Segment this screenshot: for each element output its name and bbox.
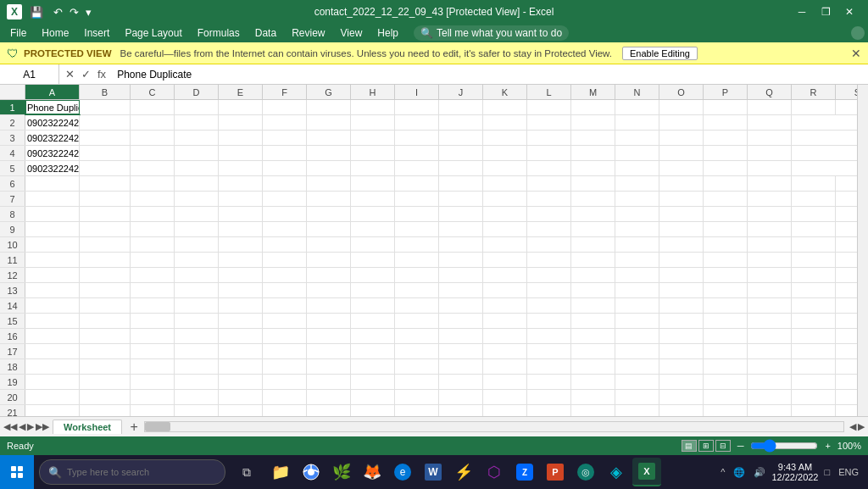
cell-a12[interactable]: [25, 268, 80, 282]
cell-k19[interactable]: [483, 375, 527, 389]
cell-o15[interactable]: [659, 314, 704, 328]
cell-o7[interactable]: [659, 192, 704, 206]
cell-s11[interactable]: [836, 253, 857, 267]
cell-n8[interactable]: [615, 207, 659, 221]
col-header-i[interactable]: I: [395, 85, 439, 99]
cell-a16[interactable]: [25, 329, 80, 343]
cell-n6[interactable]: [615, 176, 659, 191]
cell-g10[interactable]: [307, 237, 351, 252]
cell-g20[interactable]: [307, 390, 351, 404]
col-header-q[interactable]: Q: [748, 85, 792, 99]
enable-editing-button[interactable]: Enable Editing: [622, 47, 698, 60]
cell-q1[interactable]: [748, 100, 792, 114]
cell-a18[interactable]: [25, 359, 80, 374]
cell-b8[interactable]: [80, 207, 131, 221]
customize-qat-button[interactable]: ▾: [83, 4, 94, 20]
cell-m18[interactable]: [571, 359, 615, 374]
cell-l16[interactable]: [527, 329, 571, 343]
cell-g19[interactable]: [307, 375, 351, 389]
cell-k15[interactable]: [483, 314, 527, 328]
col-header-e[interactable]: E: [219, 85, 263, 99]
cell-d1[interactable]: [175, 100, 219, 114]
cell-r14[interactable]: [792, 298, 836, 313]
cell-a20[interactable]: [25, 390, 80, 404]
cell-o10[interactable]: [659, 237, 704, 252]
cell-b6[interactable]: [80, 176, 131, 191]
cell-b14[interactable]: [80, 298, 131, 313]
cell-q7[interactable]: [748, 192, 792, 206]
cell-j11[interactable]: [439, 253, 483, 267]
menu-help[interactable]: Help: [370, 25, 405, 41]
cell-o6[interactable]: [659, 176, 704, 191]
close-button[interactable]: ✕: [837, 0, 861, 24]
cell-q18[interactable]: [748, 359, 792, 374]
cell-o1[interactable]: [659, 100, 704, 114]
cell-c20[interactable]: [131, 390, 175, 404]
app1-button[interactable]: 🌿: [327, 458, 356, 486]
cell-h8[interactable]: [351, 207, 395, 221]
cell-e10[interactable]: [219, 237, 263, 252]
sheet-tab-worksheet[interactable]: Worksheet: [53, 420, 122, 434]
cell-c11[interactable]: [131, 253, 175, 267]
col-header-k[interactable]: K: [483, 85, 527, 99]
cell-r18[interactable]: [792, 359, 836, 374]
cell-n19[interactable]: [615, 375, 659, 389]
cell-j14[interactable]: [439, 298, 483, 313]
cell-q10[interactable]: [748, 237, 792, 252]
name-box-input[interactable]: [0, 64, 59, 84]
redo-button[interactable]: ↷: [67, 4, 81, 20]
col-header-j[interactable]: J: [439, 85, 483, 99]
col-header-m[interactable]: M: [571, 85, 615, 99]
cell-o8[interactable]: [659, 207, 704, 221]
cell-f1[interactable]: [263, 100, 307, 114]
menu-home[interactable]: Home: [35, 25, 75, 41]
cell-r19[interactable]: [792, 375, 836, 389]
formula-input[interactable]: [112, 64, 868, 84]
cell-p14[interactable]: [704, 298, 748, 313]
sheet-nav-next[interactable]: ▶: [27, 421, 34, 432]
cell-l15[interactable]: [527, 314, 571, 328]
cell-s17[interactable]: [836, 344, 857, 358]
cell-b16[interactable]: [80, 329, 131, 343]
cell-c16[interactable]: [131, 329, 175, 343]
col-header-n[interactable]: N: [615, 85, 659, 99]
cell-b21[interactable]: [80, 405, 131, 416]
col-header-r[interactable]: R: [792, 85, 836, 99]
app5-button[interactable]: ◈: [602, 458, 631, 486]
cell-b17[interactable]: [80, 344, 131, 358]
scroll-left-button[interactable]: ◀: [849, 421, 856, 432]
cell-s20[interactable]: [836, 390, 857, 404]
cell-r21[interactable]: [792, 405, 836, 416]
cell-r16[interactable]: [792, 329, 836, 343]
col-header-a[interactable]: A: [25, 85, 80, 99]
cell-g18[interactable]: [307, 359, 351, 374]
cell-k9[interactable]: [483, 222, 527, 236]
cell-o14[interactable]: [659, 298, 704, 313]
cell-m1[interactable]: [571, 100, 615, 114]
cell-m19[interactable]: [571, 375, 615, 389]
cell-g1[interactable]: [307, 100, 351, 114]
zoom-minus-icon[interactable]: ─: [737, 441, 744, 451]
cell-g17[interactable]: [307, 344, 351, 358]
cell-g8[interactable]: [307, 207, 351, 221]
cell-s13[interactable]: [836, 283, 857, 297]
cell-j19[interactable]: [439, 375, 483, 389]
cell-c8[interactable]: [131, 207, 175, 221]
cell-m7[interactable]: [571, 192, 615, 206]
cell-g12[interactable]: [307, 268, 351, 282]
cell-h16[interactable]: [351, 329, 395, 343]
cell-h12[interactable]: [351, 268, 395, 282]
notification-icon[interactable]: □: [822, 465, 833, 479]
cell-b10[interactable]: [80, 237, 131, 252]
cell-r15[interactable]: [792, 314, 836, 328]
cell-e15[interactable]: [219, 314, 263, 328]
cell-d19[interactable]: [175, 375, 219, 389]
tell-me-box[interactable]: 🔍 Tell me what you want to do: [414, 25, 569, 41]
cell-g21[interactable]: [307, 405, 351, 416]
cell-f13[interactable]: [263, 283, 307, 297]
cell-h20[interactable]: [351, 390, 395, 404]
cell-d15[interactable]: [175, 314, 219, 328]
cell-i6[interactable]: [395, 176, 439, 191]
cell-l11[interactable]: [527, 253, 571, 267]
tray-arrow[interactable]: ^: [718, 465, 727, 479]
